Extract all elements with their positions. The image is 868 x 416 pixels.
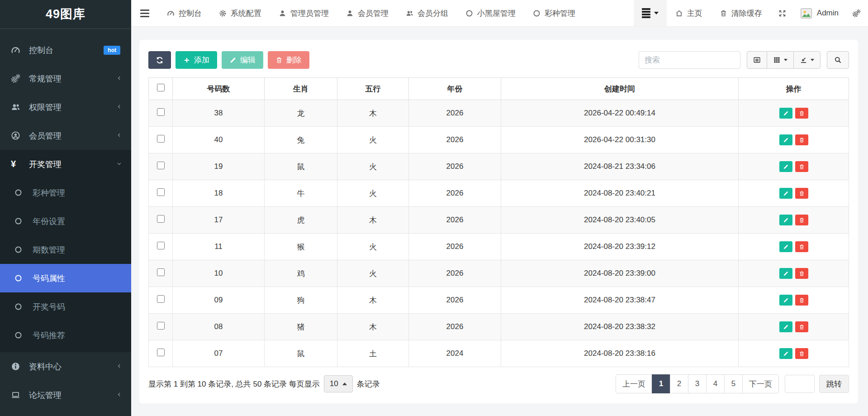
cell-year: 2026 [409,180,501,207]
row-delete-button[interactable] [795,348,808,359]
refresh-icon [156,56,164,64]
sidebar-item-data-center[interactable]: 资料中心 [0,352,131,381]
trash-icon [799,110,805,116]
row-edit-button[interactable] [779,348,792,359]
sidebar-subitem-number-recommend[interactable]: 号码推荐 [0,321,131,349]
sidebar-subitem-label: 彩种管理 [33,187,65,198]
topnav-item-lottery-type[interactable]: 彩种管理 [524,0,584,26]
page-button-1[interactable]: 1 [652,374,670,393]
table-row: 10 鸡 火 2026 2024-08-20 23:39:00 [149,260,849,287]
pencil-icon [783,297,789,303]
row-edit-button[interactable] [779,268,792,279]
cell-element: 火 [337,260,409,287]
columns-button[interactable] [767,51,794,69]
sidebar-subitem-label: 开奖号码 [33,301,65,312]
row-delete-button[interactable] [795,295,808,306]
topnav-item-dashboard[interactable]: 控制台 [158,0,210,26]
row-edit-button[interactable] [779,241,792,252]
row-edit-button[interactable] [779,321,792,332]
sidebar-item-permission[interactable]: 权限管理 [0,93,131,121]
page-size-dropdown[interactable]: 10 [324,375,353,392]
info-icon [11,362,24,371]
row-edit-button[interactable] [779,188,792,199]
clear-cache-link[interactable]: 清除缓存 [711,0,771,26]
row-checkbox[interactable] [157,322,165,330]
next-page-button[interactable]: 下一页 [742,374,779,393]
row-checkbox[interactable] [157,349,165,356]
fullscreen-button[interactable] [771,0,794,26]
hamburger-icon[interactable] [131,0,158,26]
topbar-right: 主页 清除缓存 Admin [634,0,868,26]
row-edit-button[interactable] [779,215,792,225]
topnav-item-member-manage[interactable]: 会员管理 [337,0,397,26]
cell-zodiac: 猴 [265,234,337,260]
row-delete-button[interactable] [795,268,808,279]
search-button[interactable] [827,51,849,69]
row-checkbox[interactable] [157,162,165,169]
sidebar-subitem-lottery-type[interactable]: 彩种管理 [0,178,131,207]
row-edit-button[interactable] [779,108,792,119]
cell-zodiac: 猪 [265,314,337,340]
sidebar-subitem-number-attribute[interactable]: 号码属性 [0,264,131,292]
add-button[interactable]: 添加 [175,51,217,69]
jump-button[interactable]: 跳转 [819,375,849,393]
menu-list-toggle[interactable] [634,0,667,26]
row-delete-button[interactable] [795,321,808,332]
sidebar-subitem-period-manage[interactable]: 期数管理 [0,235,131,264]
row-delete-button[interactable] [795,134,808,145]
prev-page-button[interactable]: 上一页 [616,374,652,393]
table-row: 38 龙 木 2026 2026-04-22 00:49:14 [149,100,849,127]
sidebar-item-dashboard[interactable]: 控制台 hot [0,36,131,64]
sidebar-item-general[interactable]: 常规管理 [0,64,131,93]
summary-prefix: 显示第 1 到第 10 条记录, 总共 50 条记录 每页显示 [148,379,320,389]
row-delete-button[interactable] [795,215,808,225]
export-button[interactable] [793,51,821,69]
sidebar-item-label: 论坛管理 [29,390,62,401]
home-link[interactable]: 主页 [667,0,711,26]
sidebar-item-member[interactable]: 会员管理 [0,121,131,150]
row-edit-button[interactable] [779,295,792,306]
row-delete-button[interactable] [795,241,808,252]
row-checkbox[interactable] [157,295,165,303]
sidebar-item-label: 会员管理 [29,130,62,141]
settings-button[interactable] [845,0,868,26]
page-button-4[interactable]: 4 [706,374,725,393]
page-button-5[interactable]: 5 [724,374,743,393]
row-checkbox[interactable] [157,188,165,196]
pencil-icon [783,164,789,170]
page-button-2[interactable]: 2 [670,374,688,393]
sidebar-item-forum[interactable]: 论坛管理 [0,381,131,409]
delete-button[interactable]: 删除 [268,51,309,69]
select-all-checkbox[interactable] [157,84,165,91]
topnav-item-system-config[interactable]: 系统配置 [210,0,270,26]
row-edit-button[interactable] [779,134,792,145]
row-delete-button[interactable] [795,188,808,199]
row-checkbox[interactable] [157,268,165,276]
sidebar-subitem-year-setting[interactable]: 年份设置 [0,207,131,235]
user-menu[interactable]: Admin [794,0,845,26]
topnav-item-admin-manage[interactable]: 管理员管理 [270,0,337,26]
sidebar-subitem-draw-number[interactable]: 开奖号码 [0,292,131,321]
trash-icon [799,297,805,303]
row-checkbox[interactable] [157,108,165,116]
refresh-button[interactable] [148,51,171,69]
page-button-3[interactable]: 3 [688,374,707,393]
topnav-item-member-group[interactable]: 会员分组 [397,0,457,26]
row-checkbox[interactable] [157,135,165,143]
table-header-row: 号码数 生肖 五行 年份 创建时间 操作 [149,78,849,100]
table-row: 09 狗 木 2026 2024-08-20 23:38:47 [149,287,849,314]
pencil-icon [783,191,789,196]
row-checkbox[interactable] [157,242,165,249]
row-edit-button[interactable] [779,161,792,172]
sidebar-item-lottery-manage[interactable]: 开奖管理 [0,150,131,178]
jump-page-input[interactable] [785,375,815,393]
topnav-item-blackroom[interactable]: 小黑屋管理 [457,0,524,26]
edit-button[interactable]: 编辑 [222,51,263,69]
row-delete-button[interactable] [795,161,808,172]
row-delete-button[interactable] [795,108,808,119]
row-checkbox[interactable] [157,215,165,223]
cell-created: 2024-08-21 23:34:06 [501,153,739,180]
cell-created: 2024-08-20 23:38:16 [501,340,739,367]
toggle-view-button[interactable] [747,51,767,69]
search-input[interactable] [639,51,740,69]
